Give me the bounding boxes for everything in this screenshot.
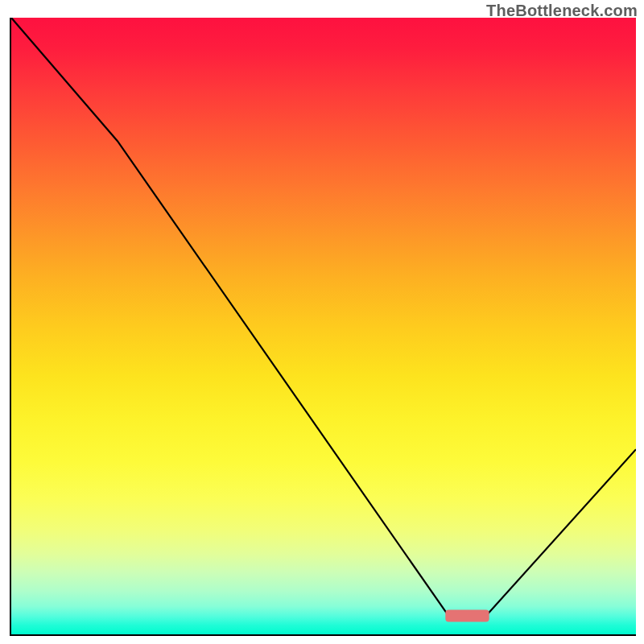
watermark-text: TheBottleneck.com [486,2,638,20]
optimal-marker [445,609,489,621]
chart-svg [11,18,636,634]
chart-plot-area [10,18,636,636]
bottleneck-curve-path [11,18,636,616]
